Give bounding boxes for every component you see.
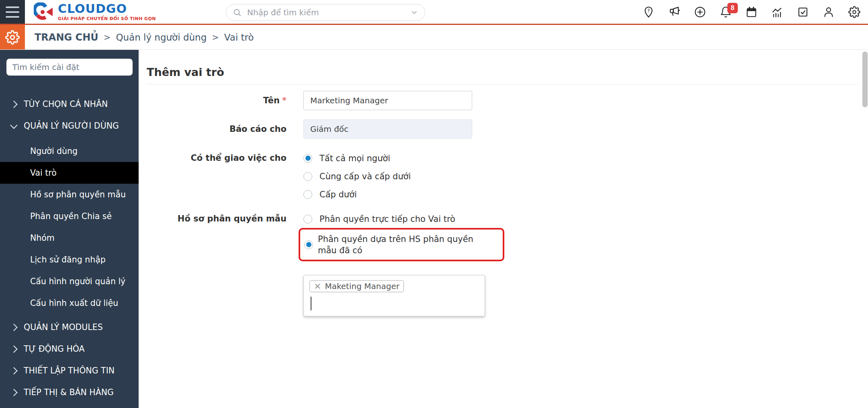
chevron-down-icon[interactable] <box>410 8 418 16</box>
assign-field-row: Có thể giao việc cho Tất cả mọi người Cù… <box>139 149 868 203</box>
chevron-right-icon <box>10 367 17 374</box>
notification-badge: 8 <box>727 3 738 13</box>
chevron-right-icon <box>10 324 17 331</box>
location-question-icon[interactable]: ? <box>642 6 655 18</box>
chevron-right-icon <box>10 389 17 396</box>
breadcrumb-home[interactable]: TRANG CHỦ <box>35 32 98 43</box>
breadcrumb-separator: > <box>212 33 219 42</box>
profile-field-row: Hồ sơ phân quyền mẫu Phân quyền trực tiế… <box>139 210 868 261</box>
breadcrumb-roles[interactable]: Vai trò <box>224 32 254 43</box>
name-field-row: Tên* <box>139 91 868 110</box>
global-search[interactable] <box>226 4 425 21</box>
settings-module-icon[interactable] <box>0 25 25 49</box>
settings-gear-icon[interactable] <box>848 6 861 18</box>
user-profile-icon[interactable] <box>822 6 835 18</box>
profile-label: Hồ sơ phân quyền mẫu <box>139 210 287 228</box>
search-icon <box>233 8 242 17</box>
radio-button[interactable] <box>303 215 312 223</box>
page-title: Thêm vai trò <box>147 64 868 80</box>
app-window: CLOUDGO GIẢI PHÁP CHUYỂN ĐỔI SỐ TINH GỌN… <box>0 0 868 408</box>
settings-sidebar: TÙY CHỌN CÁ NHÂN QUẢN LÝ NGƯỜI DÙNG Ngườ… <box>0 50 139 408</box>
sidebar-section-marketing-sales[interactable]: TIẾP THỊ & BÁN HÀNG <box>0 381 139 403</box>
megaphone-icon[interactable] <box>668 6 681 18</box>
title-divider <box>147 84 858 84</box>
assign-option-below[interactable]: Cấp dưới <box>303 185 411 203</box>
radio-button-checked[interactable] <box>304 240 313 249</box>
sidebar-item-users[interactable]: Người dùng <box>0 140 139 162</box>
calendar-icon[interactable] <box>745 6 758 18</box>
tasks-checkbox-icon[interactable] <box>796 6 809 18</box>
sidebar-item-groups[interactable]: Nhóm <box>0 227 139 249</box>
sidebar-sublist-user-management: Người dùng Vai trò Hồ sơ phân quyền mẫu … <box>0 140 139 314</box>
sidebar-section-automation[interactable]: TỰ ĐỘNG HÓA <box>0 338 139 360</box>
sidebar-item-export-config[interactable]: Cấu hình xuất dữ liệu <box>0 292 139 314</box>
global-search-input[interactable] <box>246 7 410 18</box>
sidebar-section-info-setup[interactable]: THIẾT LẬP THÔNG TIN <box>0 360 139 381</box>
plus-circle-icon[interactable] <box>694 6 706 18</box>
reports-to-field-row: Báo cáo cho <box>139 119 868 139</box>
sidebar-section-modules[interactable]: QUẢN LÝ MODULES <box>0 316 139 338</box>
name-label: Tên* <box>139 96 287 105</box>
sidebar-section-user-management[interactable]: QUẢN LÝ NGƯỜI DÙNG <box>0 115 139 137</box>
topbar-icon-group: ? 8 <box>642 0 861 24</box>
reports-to-label: Báo cáo cho <box>139 124 287 134</box>
profile-option-existing-annotated[interactable]: Phân quyền dựa trên HS phân quyền mẫu đã… <box>299 228 504 261</box>
sidebar-item-manager-config[interactable]: Cấu hình người quản lý <box>0 271 139 292</box>
topbar: CLOUDGO GIẢI PHÁP CHUYỂN ĐỔI SỐ TINH GỌN… <box>0 0 868 25</box>
profile-multiselect[interactable]: × Maketing Manager <box>303 275 485 316</box>
main-content: Thêm vai trò Tên* Báo cáo cho <box>139 50 868 408</box>
notifications-bell-icon[interactable]: 8 <box>719 6 732 18</box>
chevron-right-icon <box>10 100 17 108</box>
brand-tagline: GIẢI PHÁP CHUYỂN ĐỔI SỐ TINH GỌN <box>58 16 156 21</box>
profile-tags-row: × Maketing Manager <box>139 275 868 316</box>
profile-option-direct[interactable]: Phân quyền trực tiếp cho Vai trò <box>303 210 504 228</box>
reports-to-input[interactable] <box>303 119 472 139</box>
selected-profile-tag[interactable]: × Maketing Manager <box>309 280 404 292</box>
sidebar-section-personal-options[interactable]: TÙY CHỌN CÁ NHÂN <box>0 93 139 115</box>
chevron-right-icon <box>10 345 17 353</box>
add-role-form: Tên* Báo cáo cho Có thể giao việc cho <box>139 91 868 316</box>
assign-label: Có thể giao việc cho <box>139 149 287 167</box>
breadcrumb-separator: > <box>104 33 111 42</box>
text-cursor <box>311 297 311 310</box>
analytics-icon[interactable] <box>771 6 784 18</box>
assign-option-everyone[interactable]: Tất cả mọi người <box>303 149 411 167</box>
breadcrumb-user-management[interactable]: Quản lý người dùng <box>116 32 207 43</box>
svg-text:?: ? <box>647 8 650 13</box>
tag-label: Maketing Manager <box>325 281 399 291</box>
chevron-down-icon <box>10 121 17 129</box>
radio-button[interactable] <box>303 172 312 181</box>
sidebar-item-sharing-permissions[interactable]: Phân quyền Chia sẻ <box>0 205 139 227</box>
cloudgo-logo-icon <box>34 2 53 22</box>
radio-button[interactable] <box>303 190 312 199</box>
remove-tag-icon[interactable]: × <box>314 282 321 290</box>
radio-button-checked[interactable] <box>303 154 312 163</box>
hamburger-menu-button[interactable] <box>0 0 25 24</box>
breadcrumb: TRANG CHỦ > Quản lý người dùng > Vai trò <box>35 32 254 43</box>
vertical-scrollbar[interactable] <box>862 51 868 107</box>
sidebar-item-login-history[interactable]: Lịch sử đăng nhập <box>0 249 139 271</box>
brand-name: CLOUDGO <box>58 3 156 15</box>
required-asterisk: * <box>282 96 287 105</box>
cloudgo-logo[interactable]: CLOUDGO GIẢI PHÁP CHUYỂN ĐỔI SỐ TINH GỌN <box>34 2 156 22</box>
breadcrumb-bar: TRANG CHỦ > Quản lý người dùng > Vai trò <box>0 25 868 50</box>
sidebar-search-input[interactable] <box>6 59 133 76</box>
sidebar-item-permission-profiles[interactable]: Hồ sơ phân quyền mẫu <box>0 184 139 205</box>
name-input[interactable] <box>303 91 472 110</box>
sidebar-item-roles[interactable]: Vai trò <box>0 162 139 184</box>
assign-option-same-and-below[interactable]: Cùng cấp và cấp dưới <box>303 167 411 185</box>
